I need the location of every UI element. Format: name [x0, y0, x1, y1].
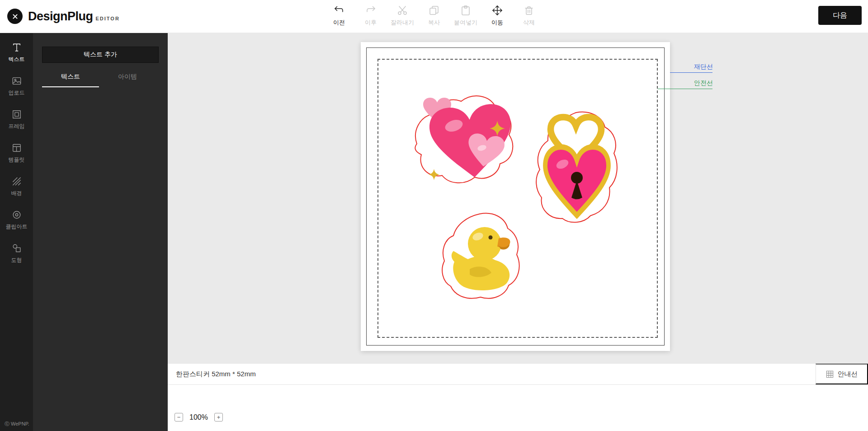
add-text-button[interactable]: 텍스트 추가	[42, 47, 159, 63]
sticker-heart-lock[interactable]	[534, 111, 620, 224]
product-info-text: 한판스티커 52mm * 52mm	[176, 370, 256, 379]
copy-icon	[429, 5, 439, 16]
text-panel: 텍스트 추가 텍스트 아이템	[33, 33, 168, 431]
zoom-controls: − 100% +	[175, 413, 223, 422]
zoom-level-text: 100%	[189, 413, 208, 422]
logo-suffix-text: EDITOR	[96, 16, 120, 21]
ring-icon	[12, 210, 22, 220]
tool-label: 복사	[428, 19, 440, 27]
panel-tabs: 텍스트 아이템	[42, 69, 156, 87]
tab-item[interactable]: 아이템	[99, 69, 156, 87]
hearts-sparkle-illustration	[410, 91, 520, 195]
logo-text: DesignPlug	[28, 9, 93, 24]
trash-icon	[524, 5, 534, 16]
topbar: DesignPlug EDITOR 이전 이후 잘라내기 복사 붙여넣	[0, 0, 868, 33]
statusbar: 한판스티커 52mm * 52mm 안내선	[168, 363, 868, 385]
close-icon	[12, 14, 18, 19]
text-icon	[12, 43, 22, 52]
sticker-hearts[interactable]	[410, 91, 520, 195]
sidebar-item-label: 텍스트	[9, 56, 25, 63]
frame-icon	[12, 109, 22, 119]
sidebar-item-label: 클립아트	[6, 223, 28, 231]
sidebar-item-label: 업로드	[9, 89, 25, 97]
designplug-editor: DesignPlug EDITOR 이전 이후 잘라내기 복사 붙여넣	[0, 0, 868, 431]
zoom-in-button[interactable]: +	[214, 413, 223, 422]
design-canvas[interactable]	[361, 42, 670, 351]
sidebar-item-label: 도형	[11, 256, 22, 264]
workspace: 재단선 안전선	[168, 33, 868, 363]
sidebar-item-frame[interactable]: 프레임	[0, 104, 33, 136]
sidebar-item-label: 프레임	[9, 123, 25, 130]
image-icon	[12, 76, 22, 86]
cut-button[interactable]: 잘라내기	[389, 3, 416, 28]
heart-padlock-illustration	[534, 111, 620, 224]
copy-button[interactable]: 복사	[420, 3, 448, 28]
hatch-lines-icon	[12, 176, 22, 186]
move-button[interactable]: 이동	[484, 3, 511, 28]
sidebar-item-upload[interactable]: 업로드	[0, 70, 33, 103]
rubber-duck-illustration	[440, 210, 523, 302]
tool-label: 삭제	[523, 19, 535, 27]
sticker-duck[interactable]	[440, 210, 523, 302]
next-button[interactable]: 다음	[818, 6, 862, 25]
sidebar-item-template[interactable]: 템플릿	[0, 137, 33, 170]
logo: DesignPlug EDITOR	[28, 0, 120, 33]
shapes-icon	[12, 243, 22, 253]
redo-icon	[365, 5, 376, 16]
sidebar-item-text[interactable]: 텍스트	[0, 37, 33, 69]
guideline-toggle-button[interactable]: 안내선	[816, 364, 868, 384]
tool-label: 이동	[491, 19, 503, 27]
undo-icon	[334, 5, 344, 16]
cut-guide-line	[670, 72, 712, 73]
tab-text[interactable]: 텍스트	[42, 69, 99, 87]
sidebar-item-background[interactable]: 배경	[0, 171, 33, 203]
safe-line-label: 안전선	[694, 79, 713, 87]
close-button[interactable]	[7, 9, 23, 24]
edit-toolbar: 이전 이후 잘라내기 복사 붙여넣기 이동	[326, 3, 542, 28]
redo-button[interactable]: 이후	[357, 3, 384, 28]
bottombar: − 100% +	[168, 385, 868, 431]
cut-icon	[397, 5, 408, 16]
tool-label: 이전	[333, 19, 345, 27]
tool-label: 붙여넣기	[454, 19, 477, 27]
paste-button[interactable]: 붙여넣기	[452, 3, 479, 28]
guideline-label: 안내선	[838, 370, 858, 379]
tool-label: 잘라내기	[391, 19, 414, 27]
sidebar-item-label: 배경	[11, 189, 22, 197]
undo-button[interactable]: 이전	[326, 3, 353, 28]
sidebar-item-shape[interactable]: 도형	[0, 237, 33, 270]
sidebar-item-clipart[interactable]: 클립아트	[0, 204, 33, 237]
copyright-text: ⓒ WePNP.	[5, 421, 29, 427]
delete-button[interactable]: 삭제	[515, 3, 542, 28]
zoom-out-button[interactable]: −	[175, 413, 183, 422]
sidebar: 텍스트 업로드 프레임 템플릿 배경 클립아트 도형 ⓒ WePNP.	[0, 33, 33, 431]
safe-guide-line	[658, 89, 712, 89]
sidebar-item-label: 템플릿	[9, 156, 25, 164]
tool-label: 이후	[365, 19, 377, 27]
template-icon	[12, 143, 22, 153]
grid-icon	[826, 370, 834, 379]
paste-icon	[460, 5, 471, 16]
move-icon	[492, 5, 503, 16]
cut-line-label: 재단선	[694, 63, 713, 71]
